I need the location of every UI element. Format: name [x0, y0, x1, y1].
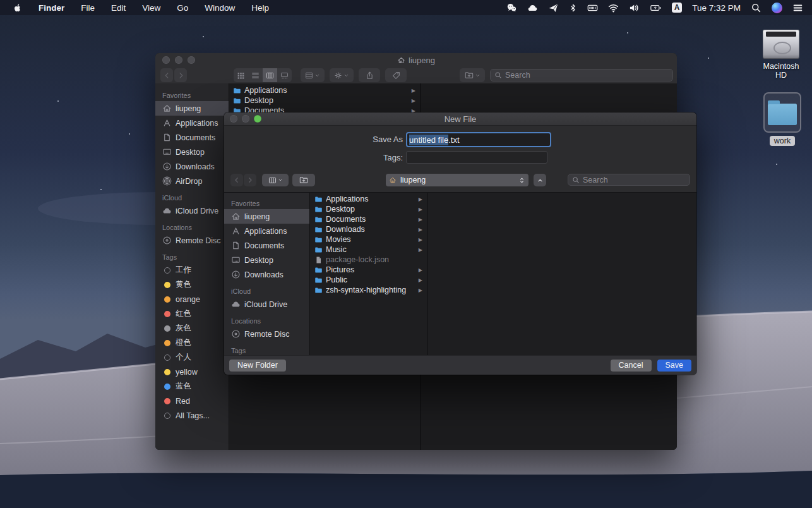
back-button[interactable] [160, 68, 173, 82]
file-row[interactable]: zsh-syntax-highlighting ▶ [311, 285, 427, 295]
tag-item[interactable]: All Tags... [155, 408, 229, 423]
desktop-icon-work-folder[interactable]: work [761, 92, 803, 146]
cloud-icon[interactable] [527, 3, 538, 13]
menu-item[interactable]: View [142, 3, 160, 13]
group-by-button[interactable] [301, 68, 325, 82]
sidebar-item[interactable]: Applications [155, 116, 229, 130]
sidebar-item[interactable]: Desktop [224, 253, 309, 267]
parent-folder-button[interactable] [534, 174, 546, 186]
file-row[interactable]: Documents ▶ [311, 214, 427, 224]
apple-icon[interactable] [13, 3, 22, 13]
file-row[interactable]: Movies ▶ [311, 234, 427, 245]
tag-item[interactable]: 个人 [155, 350, 229, 365]
gallery-view-button[interactable] [277, 68, 292, 82]
menu-bar-clock[interactable]: Tue 7:32 PM [692, 3, 741, 13]
cancel-button[interactable]: Cancel [611, 360, 652, 372]
tag-item[interactable]: orange [155, 292, 229, 306]
column-view-button[interactable] [263, 68, 277, 82]
back-button[interactable] [230, 174, 243, 186]
tag-item[interactable]: 红色 [155, 306, 229, 321]
tag-item[interactable]: 工作 [155, 263, 229, 277]
sidebar-item[interactable]: iCloud Drive [224, 297, 309, 311]
new-folder-toolbar-button[interactable] [292, 174, 315, 186]
tag-item[interactable]: yellow [155, 365, 229, 379]
sidebar-item[interactable]: Desktop [155, 145, 229, 159]
sidebar-item[interactable]: Remote Disc [224, 327, 309, 341]
file-row[interactable]: Music ▶ [311, 245, 427, 255]
send-icon[interactable] [548, 3, 559, 13]
tag-button[interactable] [385, 68, 407, 82]
sidebar-item[interactable]: Documents [155, 130, 229, 145]
tag-item[interactable]: 蓝色 [155, 379, 229, 394]
tag-item[interactable]: 黄色 [155, 277, 229, 292]
scanner-icon[interactable] [587, 3, 598, 13]
search-placeholder: Search [583, 176, 608, 184]
spotlight-search-icon[interactable] [751, 3, 761, 13]
close-button[interactable] [230, 115, 237, 123]
finder-search-field[interactable]: Search [490, 69, 673, 82]
folder-action-button[interactable] [460, 68, 485, 82]
file-row[interactable]: Pictures ▶ [311, 265, 427, 275]
new-file-dialog[interactable]: New File Save As untitled file.txt Tags:… [224, 112, 696, 375]
file-row[interactable]: Desktop ▶ [311, 204, 427, 214]
sidebar-item[interactable]: Remote Disc [155, 233, 229, 248]
file-row[interactable]: package-lock.json [311, 255, 427, 265]
file-row[interactable]: Applications ▶ [311, 194, 427, 204]
tag-item[interactable]: Red [155, 394, 229, 408]
save-button[interactable]: Save [657, 360, 692, 372]
battery-charging-icon[interactable] [650, 3, 662, 13]
wifi-icon[interactable] [608, 3, 619, 13]
forward-button[interactable] [244, 174, 256, 186]
menu-list-icon[interactable] [792, 3, 803, 13]
folder-icon [315, 247, 322, 252]
column-divider[interactable] [427, 193, 427, 355]
wechat-icon[interactable] [506, 3, 517, 13]
file-row[interactable]: Downloads ▶ [311, 224, 427, 234]
sidebar-item[interactable]: AirDrop [155, 174, 229, 188]
siri-icon[interactable] [772, 3, 782, 13]
sidebar-item[interactable]: Applications [224, 224, 309, 238]
dialog-titlebar[interactable]: New File [224, 112, 696, 126]
filename-input[interactable]: untitled file.txt [406, 132, 551, 147]
menu-item[interactable]: Window [205, 3, 235, 13]
column-view-button[interactable] [262, 174, 289, 186]
action-gear-button[interactable] [330, 68, 354, 82]
minimize-button[interactable] [242, 115, 249, 123]
dialog-search-field[interactable]: Search [568, 174, 690, 186]
file-row[interactable]: Desktop ▶ [229, 95, 420, 106]
file-row[interactable]: Applications ▶ [229, 85, 420, 95]
menu-item[interactable]: Help [251, 3, 269, 13]
list-view-button[interactable] [248, 68, 263, 82]
folder-icon [768, 104, 797, 125]
sidebar-item-label: iCloud Drive [176, 207, 218, 215]
file-row[interactable]: Public ▶ [311, 275, 427, 285]
icon-view-button[interactable] [234, 68, 248, 82]
menu-item[interactable]: Finder [39, 3, 64, 13]
share-button[interactable] [359, 68, 380, 82]
finder-titlebar[interactable]: liupeng Search [155, 53, 677, 84]
desktop-icon-macintosh-hd[interactable]: Macintosh HD [756, 30, 806, 80]
sidebar-item[interactable]: liupeng [155, 101, 229, 116]
bluetooth-icon[interactable] [569, 3, 577, 13]
dialog-file-browser: Favorites liupeng Applications Docum [224, 192, 696, 355]
sidebar-item[interactable]: Downloads [224, 267, 309, 282]
volume-icon[interactable] [629, 3, 640, 13]
tags-input[interactable] [406, 151, 547, 164]
view-switcher [234, 68, 292, 82]
sidebar-item[interactable]: Documents [224, 238, 309, 253]
new-folder-button[interactable]: New Folder [229, 360, 286, 372]
input-source-icon[interactable]: A [672, 3, 682, 13]
zoom-button[interactable] [254, 115, 261, 123]
menu-item[interactable]: Go [177, 3, 188, 13]
tag-item[interactable]: 灰色 [155, 321, 229, 336]
menu-item[interactable]: File [81, 3, 95, 13]
sidebar-item[interactable]: iCloud Drive [155, 203, 229, 218]
file-name: package-lock.json [326, 255, 419, 264]
menu-item[interactable]: Edit [111, 3, 126, 13]
location-popup[interactable]: liupeng [386, 174, 528, 186]
tag-item[interactable]: 橙色 [155, 336, 229, 350]
forward-button[interactable] [174, 68, 187, 82]
sidebar-item[interactable]: Downloads [155, 159, 229, 174]
sidebar-item[interactable]: liupeng [224, 209, 309, 224]
filename-selected-text: untitled file [409, 135, 448, 145]
